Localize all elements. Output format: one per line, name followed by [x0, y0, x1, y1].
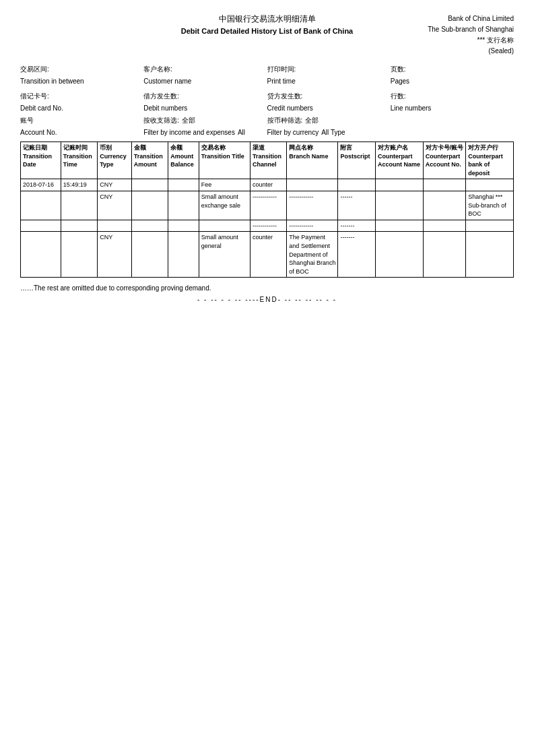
filter-currency-label-cn: 按币种筛选:	[267, 115, 303, 127]
debit-card-label-en: Debit card No.	[20, 102, 143, 115]
pages-label-en: Pages	[391, 75, 514, 88]
table-cell	[287, 179, 338, 191]
table-cell: CNY	[98, 232, 132, 278]
table-cell	[21, 232, 61, 278]
table-cell: ------------	[250, 220, 286, 232]
table-cell: 2018-07-16	[21, 179, 61, 191]
table-row: -------------------------------	[21, 220, 514, 232]
customer-name-label-en: Customer name	[143, 75, 267, 88]
table-cell: Fee	[199, 179, 250, 191]
table-cell	[21, 191, 61, 220]
header-center: 中国银行交易流水明细清单 Debit Card Detailed History…	[141, 13, 393, 57]
table-cell	[466, 179, 514, 191]
line-numbers-label-en: Line numbers	[391, 102, 514, 115]
trade-period-label-cn: 交易区间:	[20, 63, 143, 75]
th-branch: 网点名称 Branch Name	[287, 142, 338, 179]
filter-debit-value-en: All	[238, 127, 245, 139]
title-cn: 中国银行交易流水明细清单	[141, 13, 393, 25]
account-label-cn: 账号	[20, 115, 143, 127]
branch-marker: *** 支行名称	[393, 35, 514, 46]
table-cell	[61, 220, 97, 232]
th-title: 交易名称 Transition Title	[199, 142, 250, 179]
table-cell	[375, 220, 423, 232]
filter-debit-value-cn: 全部	[182, 115, 195, 127]
info-section: 交易区间: Transition in between 客户名称: Custom…	[20, 63, 514, 88]
table-cell	[375, 191, 423, 220]
filter-currency-label-en: Filter by currency	[267, 127, 319, 139]
credit-numbers-label-cn: 贷方发生数:	[267, 90, 391, 102]
sealed: (Sealed)	[393, 46, 514, 57]
th-balance: 余额 Amount Balance	[168, 142, 199, 179]
bank-name: Bank of China Limited	[393, 13, 514, 24]
table-row: CNYSmall amount generalcounterThe Paymen…	[21, 232, 514, 278]
table-cell: Small amount exchange sale	[199, 191, 250, 220]
table-row: 2018-07-1615:49:19CNYFeecounter	[21, 179, 514, 191]
header-right: Bank of China Limited The Sub-branch of …	[393, 13, 514, 57]
debit-card-label-cn: 借记卡号:	[20, 90, 143, 102]
th-counterpart-bank: 对方开户行 Counterpart bank of deposit	[466, 142, 514, 179]
filter-debit-label-en: Filter by income and expenses	[143, 127, 235, 139]
filter-currency-value-en: All Type	[321, 127, 345, 139]
table-cell	[21, 220, 61, 232]
print-time-label-en: Print time	[267, 75, 391, 88]
table-cell	[375, 179, 423, 191]
pages-label-cn: 页数:	[391, 63, 514, 75]
table-cell: ------------	[287, 220, 338, 232]
filter-currency-value-cn: 全部	[305, 115, 319, 127]
omit-note: ……The rest are omitted due to correspond…	[20, 284, 514, 292]
table-cell: The Payment and Settlement Department of…	[287, 232, 338, 278]
table-cell: CNY	[98, 179, 132, 191]
th-currency: 币别 Currency Type	[98, 142, 132, 179]
th-counterpart-acct: 对方卡号/账号 Counterpart Account No.	[423, 142, 466, 179]
table-cell	[168, 232, 199, 278]
th-date: 记账日期 Transition Date	[21, 142, 61, 179]
table-cell: counter	[250, 232, 286, 278]
filter-debit-label-cn: 按收支筛选:	[143, 115, 179, 127]
table-cell	[168, 220, 199, 232]
th-time: 记账时间 Transition Time	[61, 142, 97, 179]
table-cell: counter	[250, 179, 286, 191]
debit-numbers-label-cn: 借方发生数:	[143, 90, 267, 102]
table-cell: Small amount general	[199, 232, 250, 278]
line-numbers-label-cn: 行数:	[391, 90, 514, 102]
table-cell	[423, 191, 466, 220]
table-cell	[131, 191, 168, 220]
th-counterpart-name: 对方账户名 Counterpart Account Name	[375, 142, 423, 179]
table-cell	[61, 232, 97, 278]
table-cell	[131, 232, 168, 278]
print-time-label-cn: 打印时间:	[267, 63, 391, 75]
table-cell	[423, 220, 466, 232]
table-header-row: 记账日期 Transition Date 记账时间 Transition Tim…	[21, 142, 514, 179]
table-cell: -------	[338, 220, 375, 232]
table-cell	[98, 220, 132, 232]
trade-period-label-en: Transition in between	[20, 75, 143, 88]
table-cell	[199, 220, 250, 232]
table-cell	[131, 220, 168, 232]
th-amount: 金额 Transition Amount	[131, 142, 168, 179]
account-label-en: Account No.	[20, 127, 143, 139]
table-cell: ------------	[250, 191, 286, 220]
table-cell	[423, 179, 466, 191]
end-marker: - - -- - - -- ----END- -- -- -- -- - -	[20, 296, 514, 303]
table-cell: CNY	[98, 191, 132, 220]
table-cell	[338, 179, 375, 191]
debit-numbers-label-en: Debit numbers	[143, 102, 267, 115]
customer-name-label-cn: 客户名称:	[143, 63, 267, 75]
table-cell: -------	[338, 232, 375, 278]
footer-notes: ……The rest are omitted due to correspond…	[20, 284, 514, 303]
table-cell	[61, 191, 97, 220]
info-section-2: 借记卡号: Debit card No. 账号 Account No. 借方发生…	[20, 90, 514, 139]
table-cell: ------------	[287, 191, 338, 220]
table-cell	[466, 232, 514, 278]
table-row: CNYSmall amount exchange sale-----------…	[21, 191, 514, 220]
table-cell: ------	[338, 191, 375, 220]
table-cell	[168, 179, 199, 191]
credit-numbers-label-en: Credit numbers	[267, 102, 391, 115]
table-cell	[466, 220, 514, 232]
table-cell	[131, 179, 168, 191]
table-cell	[423, 232, 466, 278]
table-cell	[168, 191, 199, 220]
table-cell: Shanghai *** Sub-branch of BOC	[466, 191, 514, 220]
transaction-table: 记账日期 Transition Date 记账时间 Transition Tim…	[20, 141, 514, 278]
title-en: Debit Card Detailed History List of Bank…	[141, 27, 393, 35]
